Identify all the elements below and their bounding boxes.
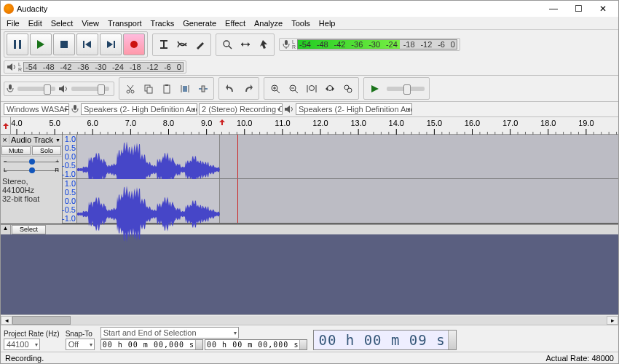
audio-host-combo[interactable]: Windows WASAPI xyxy=(4,103,69,115)
microphone-icon xyxy=(71,104,79,114)
envelope-tool[interactable] xyxy=(173,36,191,54)
record-volume-slider[interactable] xyxy=(17,87,55,91)
svg-rect-27 xyxy=(145,85,150,91)
menu-view[interactable]: View xyxy=(77,17,103,29)
play-at-speed-toolbar xyxy=(363,77,430,100)
cut-button[interactable] xyxy=(121,79,139,98)
svg-text:12.0: 12.0 xyxy=(312,119,328,127)
skip-end-button[interactable] xyxy=(100,33,122,55)
svg-marker-152 xyxy=(219,119,225,125)
status-bar: Recording. Actual Rate: 48000 xyxy=(1,352,618,363)
zoom-tool[interactable] xyxy=(218,36,236,54)
select-button[interactable]: Select xyxy=(12,225,46,234)
svg-rect-36 xyxy=(202,86,205,92)
menu-file[interactable]: File xyxy=(2,17,24,29)
mute-button[interactable]: Mute xyxy=(1,146,31,155)
toolbar-row-2 xyxy=(1,76,618,102)
fit-selection-button[interactable] xyxy=(302,79,320,98)
svg-line-26 xyxy=(127,85,132,91)
selection-tool[interactable] xyxy=(154,36,173,54)
svg-rect-53 xyxy=(74,105,76,110)
svg-marker-48 xyxy=(326,87,328,91)
stop-button[interactable] xyxy=(53,33,75,55)
window-title: Audacity xyxy=(17,4,541,13)
menu-analyze[interactable]: Analyze xyxy=(250,17,287,29)
svg-point-51 xyxy=(347,88,352,92)
minimize-button[interactable]: — xyxy=(541,1,566,17)
solo-button[interactable]: Solo xyxy=(32,146,61,155)
project-rate-combo[interactable]: 44100 xyxy=(4,339,40,350)
playback-speed-slider[interactable] xyxy=(387,87,425,91)
recording-device-combo[interactable]: Speakers (2- High Definition Audio Devic… xyxy=(81,103,197,115)
svg-rect-7 xyxy=(114,41,115,48)
microphone-icon xyxy=(6,84,15,94)
menu-effect[interactable]: Effect xyxy=(221,17,250,29)
audio-position-display[interactable]: 00 h 00 m 09 s xyxy=(313,330,456,350)
play-button[interactable] xyxy=(30,33,52,55)
pause-button[interactable] xyxy=(7,33,28,55)
trim-button[interactable] xyxy=(176,79,194,98)
svg-text:17.0: 17.0 xyxy=(502,119,518,127)
menu-tools[interactable]: Tools xyxy=(287,17,315,29)
zoom-toolbar xyxy=(264,77,359,100)
play-at-speed-button[interactable] xyxy=(366,79,384,98)
svg-text:9.0: 9.0 xyxy=(201,119,212,127)
playback-device-combo[interactable]: Speakers (2- High Definition Audio Devic… xyxy=(296,103,412,115)
menu-select[interactable]: Select xyxy=(47,17,78,29)
track-control-panel[interactable]: × Audio Track▼ Mute Solo −+ LR Stereo, 4… xyxy=(1,135,63,223)
timeline-ruler[interactable]: 4.05.06.07.08.09.010.011.012.013.014.015… xyxy=(1,117,618,135)
track-close-button[interactable]: × xyxy=(1,135,9,144)
snap-to-combo[interactable]: Off xyxy=(66,339,95,350)
scrollbar-thumb[interactable] xyxy=(12,316,71,325)
silence-button[interactable] xyxy=(194,79,212,98)
pan-slider[interactable]: LR xyxy=(4,167,59,174)
fit-project-button[interactable] xyxy=(320,79,339,98)
svg-text:8.0: 8.0 xyxy=(163,119,174,127)
tools-toolbar-2 xyxy=(216,33,275,56)
menu-transport[interactable]: Transport xyxy=(103,17,146,29)
svg-rect-31 xyxy=(183,86,187,92)
timeshift-tool[interactable] xyxy=(236,36,254,54)
maximize-button[interactable]: ☐ xyxy=(566,1,591,17)
record-meter[interactable]: -54-48-42-36-30-24-18-12-60 xyxy=(297,39,457,50)
svg-point-12 xyxy=(224,41,229,47)
svg-point-44 xyxy=(309,85,314,90)
svg-rect-1 xyxy=(19,40,21,49)
waveform-right[interactable] xyxy=(77,179,618,223)
zoom-out-button[interactable] xyxy=(284,79,302,98)
zoom-in-button[interactable] xyxy=(266,79,284,98)
record-button[interactable] xyxy=(123,33,145,55)
collapse-button[interactable]: ▲ xyxy=(1,225,11,234)
gain-slider[interactable]: −+ xyxy=(4,158,59,165)
menu-edit[interactable]: Edit xyxy=(24,17,47,29)
multi-tool[interactable] xyxy=(254,36,272,54)
zoom-toggle-button[interactable] xyxy=(339,79,357,98)
redo-button[interactable] xyxy=(239,79,257,98)
paste-button[interactable] xyxy=(157,79,176,98)
close-window-button[interactable]: ✕ xyxy=(591,1,615,17)
selection-format-combo[interactable]: Start and End of Selection xyxy=(100,327,239,339)
scroll-right-button[interactable]: ▸ xyxy=(607,316,618,325)
svg-marker-55 xyxy=(3,123,9,129)
pin-button[interactable] xyxy=(1,117,11,134)
draw-tool[interactable] xyxy=(191,36,209,54)
selection-start-field[interactable]: 00 h 00 m 00,000 s xyxy=(100,339,203,350)
playback-meter[interactable]: -54-48-42-36-30-24-18-12-60 xyxy=(23,62,184,72)
copy-button[interactable] xyxy=(139,79,157,98)
playback-volume-slider[interactable] xyxy=(71,87,109,91)
recording-channels-combo[interactable]: 2 (Stereo) Recording Chann xyxy=(199,103,283,115)
svg-text:16.0: 16.0 xyxy=(465,119,480,127)
horizontal-scrollbar[interactable]: ◂ ▸ xyxy=(1,314,618,325)
menu-generate[interactable]: Generate xyxy=(178,17,221,29)
menu-help[interactable]: Help xyxy=(315,17,340,29)
undo-button[interactable] xyxy=(221,79,239,98)
svg-text:7.0: 7.0 xyxy=(125,119,136,127)
speaker-icon xyxy=(7,62,17,72)
svg-text:5.0: 5.0 xyxy=(49,119,60,127)
menu-tracks[interactable]: Tracks xyxy=(146,17,179,29)
skip-start-button[interactable] xyxy=(76,33,98,55)
track-name-dropdown[interactable]: Audio Track▼ xyxy=(9,135,62,145)
waveform-left[interactable] xyxy=(77,135,618,178)
selection-end-field[interactable]: 00 h 00 m 00,000 s xyxy=(205,339,307,350)
scroll-left-button[interactable]: ◂ xyxy=(1,316,12,325)
